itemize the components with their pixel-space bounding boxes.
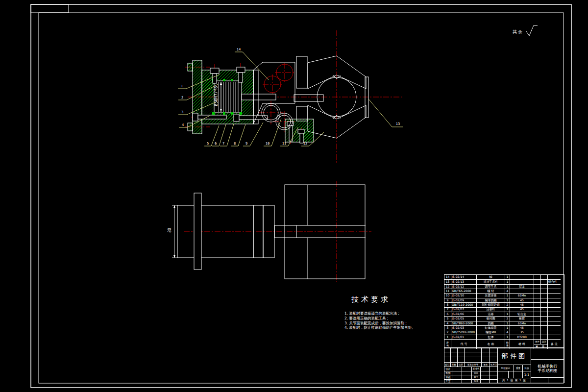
bom-cell-qty: 1 [505, 312, 510, 316]
callout-4: 4 [182, 123, 184, 127]
callout-5: 5 [207, 142, 209, 146]
bom-cell-total-weight [540, 302, 547, 307]
bom-cell-code: JS-02/01 [451, 335, 476, 339]
bom-cell-seq: 3 [444, 325, 451, 330]
callout-8: 8 [234, 142, 236, 146]
bom-cell-name: 缸体端盖 [476, 325, 505, 330]
drawing-no-cell [531, 377, 548, 383]
bom-cell-seq: 2 [444, 330, 451, 334]
bom-cell-total-weight [540, 325, 547, 330]
bom-cell-unit-weight [534, 316, 540, 320]
bolt-shank [213, 74, 217, 83]
bom-row: 7 JS-02/07 活塞杆 1 45 [444, 307, 564, 312]
roughness-icon [526, 25, 538, 36]
bom-cell-seq: 8 [444, 302, 451, 307]
bom-cell-code: GB/T65-2000 [451, 289, 476, 293]
bom-cell-unit-weight [534, 302, 540, 307]
bom-table: 14 JS-02/14 轴 1 13 JS-02/13 抓持手爪件 1 组合件 … [444, 274, 564, 348]
sig-cell [489, 379, 498, 384]
bom-cell-total-weight [540, 316, 547, 320]
callout-10: 10 [266, 142, 270, 146]
surface-note-label: 其余 [513, 29, 523, 35]
bom-row: 1 JS-02/01 缸体 1 HT200 [444, 335, 564, 339]
bom-cell-code: JS-02/10 [451, 293, 476, 297]
bolt-head [237, 67, 245, 73]
height-dimension-text: 80 [168, 228, 172, 233]
bom-cell-remark: 组合件 [547, 279, 561, 284]
bom-cell-name: 轴 [476, 275, 505, 279]
bom-cell-material: 45 [510, 298, 534, 302]
outline [177, 185, 366, 279]
centerlines [184, 181, 371, 282]
bom-cell-name: 螺栓M8 [476, 330, 505, 334]
bom-cell-code: JS-02/09 [451, 298, 476, 302]
bore-dimension-text: Ø50H7/f6 [214, 86, 219, 106]
bom-cell-qty: 1 [505, 335, 510, 339]
bom-cell-total-weight [540, 284, 547, 289]
bom-cell-material: 35 [510, 330, 534, 334]
bom-cell-seq: 11 [444, 289, 451, 293]
bom-cell-unit-weight [534, 325, 540, 330]
bom-cell-material: 65Mn [510, 293, 534, 297]
tech-requirement-item: 2. 要选用正确的装配工具； [344, 316, 416, 321]
sig-cell [480, 379, 490, 384]
callout-6: 6 [215, 142, 217, 146]
bom-cell-qty: 1 [505, 325, 510, 330]
corner-reference-box [31, 4, 69, 13]
scale-value: 1:1 [522, 371, 531, 378]
bom-cell-total-weight [540, 330, 547, 334]
claw-connector-top [296, 56, 307, 88]
bom-cell-remark [547, 284, 561, 289]
technical-requirements: 技术要求 1. 装配时要选择适当的装配方法； 2. 要选用正确的装配工具； 3.… [344, 295, 416, 330]
bom-cell-unit-weight [534, 284, 540, 289]
bom-cell-total-weight [540, 321, 547, 325]
bom-cell-code: JS-02/13 [451, 279, 476, 284]
bom-cell-remark [547, 302, 561, 307]
bolt-head [298, 129, 304, 133]
bom-cell-qty: 2 [505, 302, 510, 307]
bom-cell-seq: 13 [444, 279, 451, 284]
tech-requirement-item: 4. 装配时，防止柱塞缸倾斜产生附加弯矩。 [344, 325, 416, 330]
bom-cell-code: JS-02/03 [451, 325, 476, 330]
bom-cell-remark [547, 275, 561, 279]
sheet-count-note: 共 1 张 第 1 张 [497, 378, 531, 383]
bom-cell-seq: 9 [444, 298, 451, 302]
bom-cell-name: 密封圈 [476, 316, 505, 320]
bom-cell-unit-weight [534, 298, 540, 302]
bom-cell-remark [547, 330, 561, 334]
bom-cell-total-weight [540, 307, 547, 312]
bom-row: 12 JS-02/12 调节手爪 1 尼龙 [444, 284, 564, 289]
bom-cell-material [510, 279, 534, 284]
bom-cell-seq: 12 [444, 284, 451, 289]
bom-cell-total-weight [540, 275, 547, 279]
bom-cell-qty: 1 [505, 284, 510, 289]
bom-cell-total-weight [540, 289, 547, 293]
bom-cell-total-weight [540, 293, 547, 297]
company-cell [531, 347, 564, 360]
bom-cell-code: JS-02/06 [451, 312, 476, 316]
bom-cell-code: GB/T893-2000 [451, 321, 476, 325]
bom-cell-seq: 4 [444, 321, 451, 325]
bom-row: 2 GB/T5782-2000 螺栓M8 4 35 [444, 330, 564, 334]
bom-cell-total-weight [540, 298, 547, 302]
bom-cell-remark [547, 289, 561, 293]
callout-7: 7 [222, 142, 224, 146]
flange-plate [193, 60, 202, 134]
sig-approve-label: 批准 [471, 379, 481, 384]
bom-cell-unit-weight [534, 293, 540, 297]
bom-cell-seq: 10 [444, 293, 451, 297]
bom-cell-unit-weight [534, 330, 540, 334]
product-title-line2: 手爪结构图 [538, 368, 558, 373]
bom-cell-code: GB/T5782-2000 [451, 330, 476, 334]
bom-cell-name: 调节手爪 [476, 284, 505, 289]
bom-cell-qty: 2 [505, 316, 510, 320]
bom-cell-remark [547, 325, 561, 330]
surface-note: 其余 [513, 26, 523, 35]
bom-cell-material: 橡胶 [510, 316, 534, 320]
bom-row: 11 GB/T65-2000 螺 钉 4 [444, 289, 564, 293]
bom-cell-material: 65Mn [510, 321, 534, 325]
callout-2: 2 [181, 96, 183, 99]
tech-requirements-title: 技术要求 [351, 295, 416, 304]
bom-cell-total-weight [540, 312, 547, 316]
stage-mark-label: 阶段标记 [497, 365, 514, 371]
